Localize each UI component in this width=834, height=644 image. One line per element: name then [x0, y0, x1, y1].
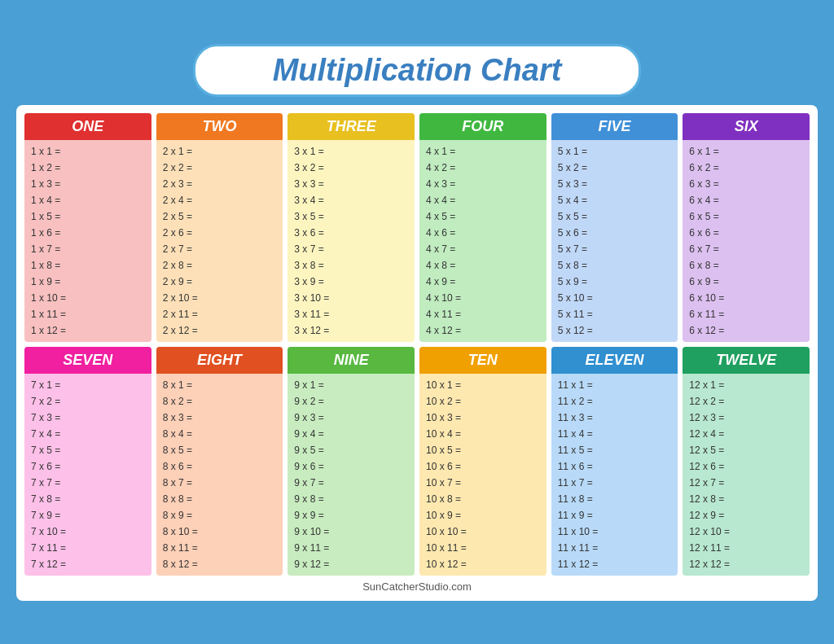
body-three: 3 x 1 =3 x 2 =3 x 3 =3 x 4 =3 x 5 =3 x 6… [288, 140, 415, 342]
table-row: 9 x 7 = [294, 475, 408, 491]
header-four: FOUR [419, 113, 546, 140]
table-row: 10 x 3 = [426, 410, 540, 426]
table-row: 8 x 1 = [163, 377, 277, 393]
table-row: 7 x 4 = [31, 426, 145, 442]
table-row: 9 x 12 = [294, 556, 408, 572]
table-row: 2 x 1 = [163, 143, 277, 160]
table-row: 4 x 4 = [426, 192, 540, 208]
table-row: 1 x 7 = [31, 241, 145, 257]
table-row: 2 x 4 = [163, 192, 277, 208]
table-row: 6 x 6 = [689, 225, 803, 241]
block-two: TWO2 x 1 =2 x 2 =2 x 3 =2 x 4 =2 x 5 =2 … [156, 113, 283, 342]
table-row: 7 x 7 = [31, 475, 145, 491]
table-row: 4 x 1 = [426, 143, 540, 160]
table-row: 7 x 10 = [31, 524, 145, 540]
table-row: 5 x 8 = [558, 257, 672, 274]
table-row: 2 x 9 = [163, 274, 277, 290]
outer-container: Multiplication Chart ONE1 x 1 =1 x 2 =1 … [8, 36, 826, 609]
table-row: 5 x 10 = [558, 290, 672, 306]
table-row: 4 x 10 = [426, 290, 540, 306]
table-row: 5 x 5 = [558, 208, 672, 225]
block-eight: EIGHT8 x 1 =8 x 2 =8 x 3 =8 x 4 =8 x 5 =… [156, 347, 283, 576]
table-row: 3 x 5 = [294, 208, 408, 225]
table-row: 8 x 4 = [163, 426, 277, 442]
table-row: 12 x 5 = [689, 442, 803, 458]
table-row: 12 x 4 = [689, 426, 803, 442]
body-nine: 9 x 1 =9 x 2 =9 x 3 =9 x 4 =9 x 5 =9 x 6… [288, 374, 415, 576]
table-row: 1 x 8 = [31, 257, 145, 274]
header-nine: NINE [288, 347, 415, 374]
body-six: 6 x 1 =6 x 2 =6 x 3 =6 x 4 =6 x 5 =6 x 6… [683, 140, 810, 342]
table-row: 4 x 9 = [426, 274, 540, 290]
table-row: 8 x 12 = [163, 556, 277, 572]
table-row: 4 x 7 = [426, 241, 540, 257]
table-row: 3 x 12 = [294, 322, 408, 339]
table-row: 5 x 6 = [558, 225, 672, 241]
block-eleven: ELEVEN11 x 1 =11 x 2 =11 x 3 =11 x 4 =11… [551, 347, 678, 576]
table-row: 3 x 11 = [294, 306, 408, 322]
table-row: 6 x 7 = [689, 241, 803, 257]
table-row: 7 x 2 = [31, 393, 145, 410]
table-row: 10 x 2 = [426, 393, 540, 410]
table-row: 12 x 12 = [689, 556, 803, 572]
block-three: THREE3 x 1 =3 x 2 =3 x 3 =3 x 4 =3 x 5 =… [288, 113, 415, 342]
table-row: 11 x 5 = [558, 442, 672, 458]
table-row: 8 x 11 = [163, 540, 277, 556]
table-row: 2 x 10 = [163, 290, 277, 306]
table-row: 4 x 5 = [426, 208, 540, 225]
table-row: 9 x 10 = [294, 524, 408, 540]
table-row: 5 x 2 = [558, 160, 672, 176]
table-row: 11 x 6 = [558, 458, 672, 475]
table-row: 2 x 3 = [163, 176, 277, 192]
table-row: 12 x 11 = [689, 540, 803, 556]
table-row: 2 x 2 = [163, 160, 277, 176]
table-row: 10 x 10 = [426, 524, 540, 540]
header-twelve: TWELVE [683, 347, 810, 374]
body-four: 4 x 1 =4 x 2 =4 x 3 =4 x 4 =4 x 5 =4 x 6… [419, 140, 546, 342]
table-row: 8 x 6 = [163, 458, 277, 475]
body-seven: 7 x 1 =7 x 2 =7 x 3 =7 x 4 =7 x 5 =7 x 6… [24, 374, 151, 576]
header-six: SIX [683, 113, 810, 140]
table-row: 3 x 3 = [294, 176, 408, 192]
table-row: 2 x 5 = [163, 208, 277, 225]
table-row: 3 x 2 = [294, 160, 408, 176]
header-one: ONE [24, 113, 151, 140]
table-row: 10 x 4 = [426, 426, 540, 442]
header-eight: EIGHT [156, 347, 283, 374]
header-two: TWO [156, 113, 283, 140]
table-row: 6 x 5 = [689, 208, 803, 225]
table-row: 5 x 4 = [558, 192, 672, 208]
table-row: 1 x 3 = [31, 176, 145, 192]
table-row: 7 x 5 = [31, 442, 145, 458]
table-row: 10 x 11 = [426, 540, 540, 556]
block-ten: TEN10 x 1 =10 x 2 =10 x 3 =10 x 4 =10 x … [419, 347, 546, 576]
block-one: ONE1 x 1 =1 x 2 =1 x 3 =1 x 4 =1 x 5 =1 … [24, 113, 151, 342]
table-row: 12 x 2 = [689, 393, 803, 410]
header-ten: TEN [419, 347, 546, 374]
table-row: 3 x 8 = [294, 257, 408, 274]
table-row: 6 x 3 = [689, 176, 803, 192]
table-row: 9 x 11 = [294, 540, 408, 556]
table-row: 11 x 4 = [558, 426, 672, 442]
table-row: 10 x 12 = [426, 556, 540, 572]
block-five: FIVE5 x 1 =5 x 2 =5 x 3 =5 x 4 =5 x 5 =5… [551, 113, 678, 342]
block-six: SIX6 x 1 =6 x 2 =6 x 3 =6 x 4 =6 x 5 =6 … [683, 113, 810, 342]
table-row: 11 x 11 = [558, 540, 672, 556]
white-card: ONE1 x 1 =1 x 2 =1 x 3 =1 x 4 =1 x 5 =1 … [16, 105, 818, 601]
body-eleven: 11 x 1 =11 x 2 =11 x 3 =11 x 4 =11 x 5 =… [551, 374, 678, 576]
footer-text: SunCatcherStudio.com [24, 580, 810, 593]
table-row: 9 x 4 = [294, 426, 408, 442]
table-row: 7 x 6 = [31, 458, 145, 475]
table-row: 2 x 6 = [163, 225, 277, 241]
table-row: 4 x 3 = [426, 176, 540, 192]
block-twelve: TWELVE12 x 1 =12 x 2 =12 x 3 =12 x 4 =12… [683, 347, 810, 576]
table-row: 11 x 3 = [558, 410, 672, 426]
table-row: 3 x 4 = [294, 192, 408, 208]
table-row: 12 x 1 = [689, 377, 803, 393]
table-row: 12 x 6 = [689, 458, 803, 475]
table-row: 1 x 10 = [31, 290, 145, 306]
table-row: 9 x 1 = [294, 377, 408, 393]
table-row: 9 x 2 = [294, 393, 408, 410]
table-row: 5 x 7 = [558, 241, 672, 257]
table-row: 4 x 6 = [426, 225, 540, 241]
